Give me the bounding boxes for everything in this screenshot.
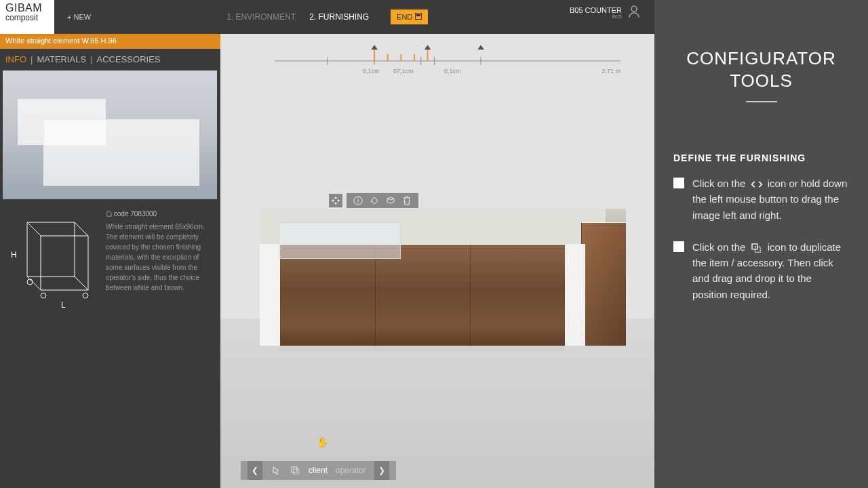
user-code: B05 xyxy=(570,14,622,20)
user-name: B05 COUNTER xyxy=(570,7,622,14)
user-icon xyxy=(627,5,641,21)
duplicate-help-icon xyxy=(751,243,763,253)
svg-text:i: i xyxy=(357,197,359,204)
ruler-center-label: 67,1cm xyxy=(393,68,414,75)
next-button[interactable]: ❯ xyxy=(374,461,389,480)
svg-rect-20 xyxy=(294,469,299,474)
svg-point-5 xyxy=(83,293,88,298)
svg-rect-1 xyxy=(416,14,420,16)
item-code: code 7083000 xyxy=(106,209,214,219)
tab-accessories[interactable]: ACCESSORIES xyxy=(97,54,161,64)
select-tool-icon[interactable] xyxy=(271,465,281,476)
step-environment[interactable]: 1. ENVIRONMENT xyxy=(226,12,296,22)
item-description: code 7083000 White straight element 65x9… xyxy=(106,209,214,310)
rendered-counter[interactable] xyxy=(260,209,626,358)
top-bar: GIBAM composit + NEW 1. ENVIRONMENT 2. F… xyxy=(0,0,654,34)
ruler-left-label: 0,1cm xyxy=(363,68,380,75)
dimension-diagram: H L xyxy=(7,209,95,310)
svg-rect-19 xyxy=(292,467,297,472)
svg-point-4 xyxy=(41,293,46,298)
info-icon[interactable]: i xyxy=(353,196,363,205)
help-tip-drag: Click on the icon or hold down the left … xyxy=(673,176,849,223)
rotate-icon[interactable] xyxy=(370,196,379,205)
height-label: H xyxy=(11,250,17,260)
save-icon xyxy=(415,13,422,21)
help-panel: CONFIGURATORTOOLS DEFINE THE FURNISHING … xyxy=(654,0,868,488)
selection-toolbar: i xyxy=(329,193,418,208)
duplicate-icon[interactable] xyxy=(386,196,395,205)
new-project-button[interactable]: + NEW xyxy=(64,13,91,21)
brand-logo: GIBAM composit xyxy=(0,0,54,34)
help-tip-duplicate: Click on the icon to duplicate the item … xyxy=(673,239,849,302)
step-furnishing[interactable]: 2. FURNISHING xyxy=(309,12,369,22)
length-label: L xyxy=(61,300,66,310)
svg-point-2 xyxy=(631,6,637,12)
prev-button[interactable]: ❮ xyxy=(248,461,262,480)
item-thumbnail xyxy=(3,70,217,199)
info-panel: INFO | MATERIALS | ACCESSORIES H L xyxy=(0,49,220,488)
tab-materials[interactable]: MATERIALS xyxy=(37,54,86,64)
bottom-toolbar: ❮ client operator ❯ xyxy=(241,461,396,480)
user-account[interactable]: B05 COUNTER B05 xyxy=(570,5,641,21)
square-bullet-icon xyxy=(673,178,684,188)
hand-cursor-icon: ✋ xyxy=(317,436,328,447)
brand-line1: GIBAM xyxy=(5,3,49,14)
dimension-ruler: 0,1cm 67,1cm 0,1cm 2,71 m xyxy=(275,39,620,73)
view-mode-operator[interactable]: operator xyxy=(336,466,366,475)
tab-info[interactable]: INFO xyxy=(5,54,26,64)
view-mode-client[interactable]: client xyxy=(309,466,328,475)
brand-line2: composit xyxy=(5,14,49,22)
delete-icon[interactable] xyxy=(402,196,412,205)
ruler-right-label: 0,1cm xyxy=(444,68,461,75)
svg-point-3 xyxy=(27,279,33,285)
drag-arrows-icon[interactable] xyxy=(329,194,342,207)
help-section-heading: DEFINE THE FURNISHING xyxy=(673,152,849,163)
end-button[interactable]: END xyxy=(391,9,428,24)
help-title: CONFIGURATORTOOLS xyxy=(673,47,849,92)
ruler-total-label: 2,71 m xyxy=(601,68,620,75)
square-bullet-icon xyxy=(673,241,684,252)
copy-tool-icon[interactable] xyxy=(290,465,300,476)
panel-tabs: INFO | MATERIALS | ACCESSORIES xyxy=(0,49,220,69)
left-right-chevrons-icon xyxy=(751,180,763,189)
viewport-canvas[interactable]: 0,1cm 67,1cm 0,1cm 2,71 m i ✋ ❮ client o… xyxy=(220,34,654,488)
